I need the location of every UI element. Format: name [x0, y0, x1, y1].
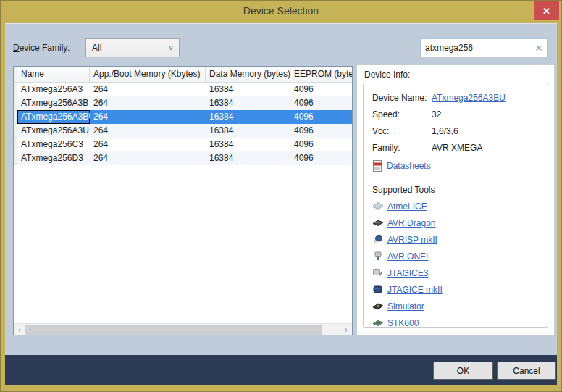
column-header-eeprom[interactable]: EEPROM (bytes) [290, 67, 352, 82]
device-table-body: ATxmega256A3264163844096ATxmega256A3B264… [14, 83, 352, 165]
cell-data-memory: 16384 [206, 96, 290, 110]
cell-name: ATxmega256C3 [17, 138, 90, 151]
device-info-heading: Device Info: [364, 70, 410, 80]
field-value: 32 [432, 109, 441, 120]
supported-tools-heading: Supported Tools [372, 185, 543, 198]
close-button[interactable]: ✕ [534, 1, 559, 20]
device-family-value: All [92, 43, 169, 53]
stk600-icon [372, 318, 387, 328]
footer: OK Cancel [5, 355, 557, 385]
jtagice-mkii-icon [372, 285, 387, 294]
column-header-app-boot-memory[interactable]: App./Boot Memory (Kbytes) [90, 67, 206, 82]
avrisp-mkii-icon [372, 235, 387, 244]
cell-name: ATxmega256A3BU [17, 110, 90, 124]
cell-app-boot-memory: 264 [90, 83, 206, 96]
field-label: Family: [372, 143, 432, 153]
scroll-right-icon[interactable]: › [340, 324, 352, 335]
table-row[interactable]: ATxmega256A3B264163844096 [14, 96, 352, 110]
dialog-body: Device Family: All ˅ ✕ Name App./Boot Me… [5, 23, 557, 355]
tool-link[interactable]: Simulator [387, 301, 424, 312]
tool-row: AVR ONE! [372, 248, 543, 264]
tool-link[interactable]: JTAGICE mkII [387, 285, 443, 295]
field-value: 1,6/3,6 [432, 126, 458, 136]
cell-eeprom: 4096 [290, 138, 352, 151]
cell-data-memory: 16384 [206, 83, 290, 96]
cell-app-boot-memory: 264 [90, 110, 206, 124]
column-header-data-memory[interactable]: Data Memory (bytes) [206, 67, 290, 82]
scroll-left-icon[interactable]: ‹ [14, 324, 25, 335]
cell-eeprom: 4096 [290, 151, 352, 165]
device-field-row: Family:AVR XMEGA [372, 139, 543, 156]
search-input[interactable] [421, 43, 531, 53]
tool-link[interactable]: AVR ONE! [387, 251, 428, 262]
cell-app-boot-memory: 264 [90, 96, 206, 110]
field-label: Device Name: [372, 93, 432, 103]
table-row[interactable]: ATxmega256A3BU264163844096 [14, 110, 352, 124]
avr-dragon-icon [372, 218, 387, 228]
cell-data-memory: 16384 [206, 151, 290, 165]
titlebar[interactable]: Device Selection ✕ [0, 0, 562, 23]
table-row[interactable]: ATxmega256D3264163844096 [14, 151, 352, 165]
cell-eeprom: 4096 [290, 110, 352, 124]
cell-name: ATxmega256A3U [17, 124, 90, 138]
tool-link[interactable]: Atmel-ICE [387, 201, 427, 212]
field-value: AVR XMEGA [432, 143, 482, 153]
avr-one-icon [372, 251, 387, 261]
tool-row: AVRISP mkII [372, 231, 543, 248]
atmel-ice-icon [372, 201, 387, 211]
tool-row: JTAGICE3 [372, 264, 543, 281]
tool-link[interactable]: AVRISP mkII [387, 235, 437, 245]
pdf-icon [372, 160, 387, 172]
tools-list: Atmel-ICEAVR DragonAVRISP mkIIAVR ONE!JT… [372, 198, 543, 328]
cell-eeprom: 4096 [290, 124, 352, 138]
cell-app-boot-memory: 264 [90, 151, 206, 165]
cell-name: ATxmega256A3 [17, 83, 90, 96]
cell-name: ATxmega256D3 [17, 151, 90, 165]
jtagice3-icon [372, 268, 387, 278]
cell-name: ATxmega256A3B [17, 96, 90, 110]
device-field-row: Vcc:1,6/3,6 [372, 122, 543, 139]
datasheets-row: Datasheets [372, 159, 543, 173]
cell-eeprom: 4096 [290, 83, 352, 96]
cell-data-memory: 16384 [206, 110, 290, 124]
table-row[interactable]: ATxmega256A3U264163844096 [14, 124, 352, 138]
tool-row: JTAGICE mkII [372, 281, 543, 298]
tool-link[interactable]: STK600 [387, 318, 419, 328]
device-table: Name App./Boot Memory (Kbytes) Data Memo… [13, 66, 353, 335]
device-field-row: Speed:32 [372, 106, 543, 122]
table-header: Name App./Boot Memory (Kbytes) Data Memo… [14, 67, 352, 83]
device-field-row: Device Name:ATxmega256A3BU [372, 89, 543, 106]
cell-app-boot-memory: 264 [90, 138, 206, 151]
tool-row: Atmel-ICE [372, 198, 543, 214]
ok-button[interactable]: OK [433, 362, 493, 380]
tool-row: Simulator [372, 298, 543, 314]
field-value[interactable]: ATxmega256A3BU [432, 93, 506, 103]
tool-link[interactable]: JTAGICE3 [387, 268, 428, 278]
cancel-button[interactable]: Cancel [497, 362, 556, 380]
cell-eeprom: 4096 [290, 96, 352, 110]
table-row[interactable]: ATxmega256C3264163844096 [14, 138, 352, 151]
device-selection-dialog: Device Selection ✕ Device Family: All ˅ … [0, 0, 562, 392]
close-icon: ✕ [542, 7, 550, 16]
device-family-label: Device Family: [13, 43, 70, 53]
device-family-select[interactable]: All ˅ [85, 38, 180, 57]
cell-data-memory: 16384 [206, 124, 290, 138]
tool-row: STK600 [372, 314, 543, 328]
field-label: Vcc: [372, 126, 432, 136]
scrollbar-thumb[interactable] [25, 325, 322, 335]
simulator-icon [372, 301, 387, 311]
table-row[interactable]: ATxmega256A3264163844096 [14, 83, 352, 96]
column-header-name[interactable]: Name [17, 67, 90, 82]
search-box: ✕ [420, 38, 548, 57]
datasheets-link[interactable]: Datasheets [387, 161, 431, 171]
device-fields: Device Name:ATxmega256A3BUSpeed:32Vcc:1,… [372, 89, 543, 156]
chevron-down-icon: ˅ [169, 44, 173, 52]
tool-link[interactable]: AVR Dragon [387, 218, 435, 228]
horizontal-scrollbar[interactable]: ‹ › [14, 323, 352, 335]
clear-search-icon[interactable]: ✕ [531, 43, 547, 54]
field-label: Speed: [372, 109, 432, 120]
tool-row: AVR Dragon [372, 214, 543, 231]
cell-app-boot-memory: 264 [90, 124, 206, 138]
device-info-panel: Device Info: Device Name:ATxmega256A3BUS… [356, 64, 555, 335]
device-info-box: Device Name:ATxmega256A3BUSpeed:32Vcc:1,… [363, 83, 548, 328]
